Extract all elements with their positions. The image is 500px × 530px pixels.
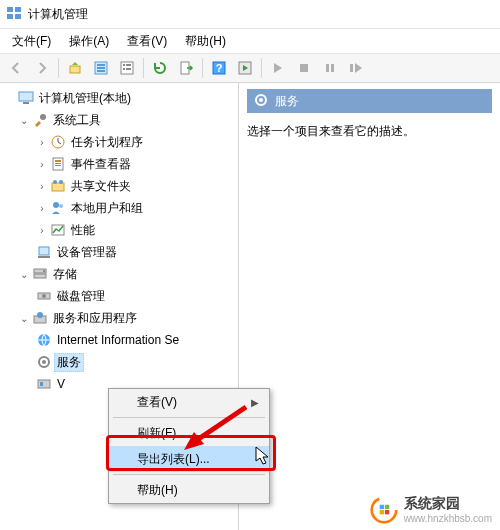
twisty-icon[interactable]: ⌄ bbox=[18, 313, 30, 324]
storage-icon bbox=[32, 266, 48, 282]
svg-rect-36 bbox=[39, 247, 49, 255]
tree-task-scheduler[interactable]: › 任务计划程序 bbox=[4, 131, 238, 153]
twisty-icon[interactable]: › bbox=[36, 203, 48, 214]
tree-label: 设备管理器 bbox=[54, 243, 120, 262]
forward-button[interactable] bbox=[30, 56, 54, 80]
properties-button[interactable] bbox=[89, 56, 113, 80]
tree-event-viewer[interactable]: › 事件查看器 bbox=[4, 153, 238, 175]
toolbar-sep bbox=[143, 58, 144, 78]
tree-system-tools[interactable]: ⌄ 系统工具 bbox=[4, 109, 238, 131]
share-icon bbox=[50, 178, 66, 194]
clock-icon bbox=[50, 134, 66, 150]
start-button[interactable] bbox=[266, 56, 290, 80]
titlebar: 计算机管理 bbox=[0, 0, 500, 29]
app-icon bbox=[6, 6, 22, 22]
svg-point-32 bbox=[59, 180, 63, 184]
svg-point-42 bbox=[42, 294, 46, 298]
stop-button[interactable] bbox=[292, 56, 316, 80]
refresh-button[interactable] bbox=[148, 56, 172, 80]
svg-rect-6 bbox=[97, 64, 105, 66]
svg-point-44 bbox=[37, 312, 43, 318]
svg-point-33 bbox=[53, 202, 59, 208]
svg-rect-1 bbox=[15, 7, 21, 12]
toolbar-sep bbox=[261, 58, 262, 78]
ctx-label: 导出列表(L)... bbox=[137, 451, 210, 468]
gear-icon bbox=[253, 92, 269, 111]
svg-rect-13 bbox=[126, 68, 131, 70]
svg-rect-39 bbox=[34, 274, 46, 278]
event-icon bbox=[50, 156, 66, 172]
svg-rect-3 bbox=[15, 14, 21, 19]
pane-header: 服务 bbox=[247, 89, 492, 113]
tree-performance[interactable]: › 性能 bbox=[4, 219, 238, 241]
tree-label: V bbox=[54, 376, 68, 392]
menu-help[interactable]: 帮助(H) bbox=[177, 30, 234, 53]
pause-button[interactable] bbox=[318, 56, 342, 80]
window-title: 计算机管理 bbox=[28, 6, 88, 23]
ctx-view[interactable]: 查看(V) ▶ bbox=[109, 389, 269, 415]
tree-label: 共享文件夹 bbox=[68, 177, 134, 196]
restart-button[interactable] bbox=[344, 56, 368, 80]
svg-rect-55 bbox=[379, 510, 383, 514]
tree-local-users[interactable]: › 本地用户和组 bbox=[4, 197, 238, 219]
tree-root[interactable]: 计算机管理(本地) bbox=[4, 87, 238, 109]
detail-pane: 服务 选择一个项目来查看它的描述。 bbox=[239, 83, 500, 530]
svg-rect-27 bbox=[55, 160, 61, 162]
svg-rect-0 bbox=[7, 7, 13, 12]
svg-point-24 bbox=[40, 114, 46, 120]
gear-icon bbox=[36, 354, 52, 370]
tree-device-manager[interactable]: 设备管理器 bbox=[4, 241, 238, 263]
tools-icon bbox=[32, 112, 48, 128]
menu-action[interactable]: 操作(A) bbox=[61, 30, 117, 53]
menu-file[interactable]: 文件(F) bbox=[4, 30, 59, 53]
tree-disk-mgmt[interactable]: 磁盘管理 bbox=[4, 285, 238, 307]
svg-rect-30 bbox=[52, 183, 64, 191]
watermark-url: www.hnzkhbsb.com bbox=[404, 513, 492, 524]
tree-storage[interactable]: ⌄ 存储 bbox=[4, 263, 238, 285]
detail-button[interactable] bbox=[115, 56, 139, 80]
wmi-icon bbox=[36, 376, 52, 392]
toolbar-sep bbox=[58, 58, 59, 78]
tree-label: 性能 bbox=[68, 221, 98, 240]
twisty-icon[interactable]: › bbox=[36, 159, 48, 170]
tree-services-apps[interactable]: ⌄ 服务和应用程序 bbox=[4, 307, 238, 329]
tree-iis[interactable]: Internet Information Se bbox=[4, 329, 238, 351]
tree-label: Internet Information Se bbox=[54, 332, 182, 348]
twisty-icon[interactable]: › bbox=[36, 225, 48, 236]
help-button[interactable]: ? bbox=[207, 56, 231, 80]
toolbar-sep bbox=[202, 58, 203, 78]
svg-rect-12 bbox=[123, 68, 125, 70]
ctx-refresh[interactable]: 刷新(F) bbox=[109, 420, 269, 446]
twisty-icon[interactable]: › bbox=[36, 137, 48, 148]
twisty-icon[interactable]: › bbox=[36, 181, 48, 192]
svg-rect-2 bbox=[7, 14, 13, 19]
svg-rect-54 bbox=[385, 504, 389, 508]
device-icon bbox=[36, 244, 52, 260]
svg-rect-22 bbox=[19, 92, 33, 101]
export-button[interactable] bbox=[174, 56, 198, 80]
watermark-logo-icon bbox=[370, 496, 398, 524]
twisty-icon[interactable]: ⌄ bbox=[18, 115, 30, 126]
back-button[interactable] bbox=[4, 56, 28, 80]
svg-rect-7 bbox=[97, 67, 105, 69]
up-button[interactable] bbox=[63, 56, 87, 80]
watermark-name: 系统家园 bbox=[404, 495, 492, 513]
svg-rect-28 bbox=[55, 163, 61, 164]
pane-description: 选择一个项目来查看它的描述。 bbox=[247, 123, 492, 140]
ctx-help[interactable]: 帮助(H) bbox=[109, 477, 269, 503]
menu-view[interactable]: 查看(V) bbox=[119, 30, 175, 53]
snapin-button[interactable] bbox=[233, 56, 257, 80]
context-menu: 查看(V) ▶ 刷新(F) 导出列表(L)... 帮助(H) bbox=[108, 388, 270, 504]
tree-label: 存储 bbox=[50, 265, 80, 284]
svg-rect-49 bbox=[40, 382, 43, 386]
svg-rect-37 bbox=[38, 256, 50, 258]
computer-icon bbox=[18, 90, 34, 106]
twisty-icon[interactable]: ⌄ bbox=[18, 269, 30, 280]
svg-point-34 bbox=[59, 204, 63, 208]
tree-label: 服务 bbox=[54, 353, 84, 372]
tree-shared-folders[interactable]: › 共享文件夹 bbox=[4, 175, 238, 197]
ctx-export-list[interactable]: 导出列表(L)... bbox=[109, 446, 269, 472]
tree-services[interactable]: 服务 bbox=[4, 351, 238, 373]
svg-rect-21 bbox=[350, 64, 353, 72]
svcapp-icon bbox=[32, 310, 48, 326]
